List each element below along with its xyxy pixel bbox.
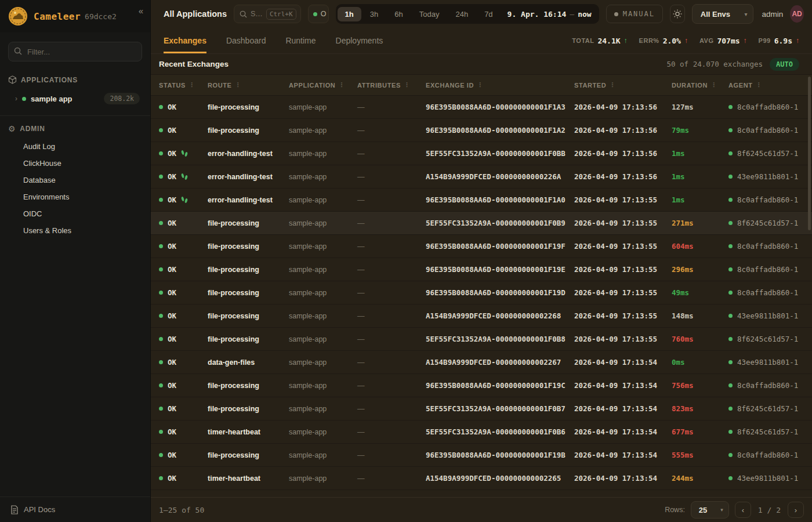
table-row[interactable]: OKerror-handling-testsample-app—96E395B0… [151, 188, 812, 212]
column-label: STATUS [159, 82, 186, 89]
avatar[interactable]: AD [790, 5, 804, 23]
sidebar-item-database[interactable]: Database [23, 172, 150, 188]
table-row[interactable]: OKfile-processingsample-app—96E395B0088A… [151, 444, 812, 467]
manual-refresh-button[interactable]: MANUAL [606, 5, 663, 23]
stat-p99: P996.9s↑ [759, 37, 799, 45]
agent-cell: 8c0affadb860-1 [728, 381, 804, 390]
sidebar-item-environments[interactable]: Environments [23, 188, 150, 205]
table-row[interactable]: OKfile-processingsample-app—5EF55FC31352… [151, 397, 812, 420]
status-cell: OK [159, 427, 208, 436]
table-row[interactable]: OKerror-handling-testsample-app—5EF55FC3… [151, 142, 812, 165]
agent-dot [728, 453, 733, 457]
chevron-right-icon[interactable]: › [15, 95, 17, 103]
theme-toggle-button[interactable] [670, 5, 685, 23]
status-ok-dot [159, 151, 163, 155]
tab-exchanges[interactable]: Exchanges [164, 28, 206, 53]
footprints-icon [182, 151, 187, 156]
scrollbar-thumb[interactable] [808, 77, 811, 230]
agent-cell: 43ee9811b801-1 [728, 311, 804, 320]
table-row[interactable]: OKfile-processingsample-app—5EF55FC31352… [151, 212, 812, 235]
exchange-id-cell: 96E395B0088AA6D-000000000001F19F [426, 242, 574, 251]
table-row[interactable]: OKerror-handling-testsample-app—A154B9A9… [151, 165, 812, 188]
range-option-today[interactable]: Today [412, 7, 447, 21]
attributes-cell: — [357, 173, 426, 181]
table-row[interactable]: OKfile-processingsample-app—96E395B0088A… [151, 281, 812, 304]
range-option-1h[interactable]: 1h [338, 7, 361, 21]
column-header-route[interactable]: ROUTE⋮ [208, 81, 289, 89]
sidebar-item-sample-app[interactable]: › sample app 208.2k [10, 90, 144, 107]
time-range-display[interactable]: 9. Apr. 16:14–now [502, 10, 597, 19]
status-ok-dot [159, 244, 163, 248]
attributes-cell: — [357, 242, 426, 251]
column-header-status[interactable]: STATUS⋮ [159, 81, 208, 89]
status-cell: OK [159, 242, 208, 251]
tab-runtime[interactable]: Runtime [285, 28, 316, 53]
sidebar-item-clickhouse[interactable]: ClickHouse [23, 155, 150, 172]
route-cell: timer-heartbeat [208, 474, 289, 483]
table-row[interactable]: OKfile-processingsample-app—A154B9A999DF… [151, 304, 812, 328]
application-cell: sample-app [289, 358, 357, 367]
duration-cell: 296ms [672, 265, 728, 274]
agent-dot [728, 267, 733, 271]
rows-per-page-value: 25 [699, 506, 707, 514]
range-option-6h[interactable]: 6h [387, 7, 410, 21]
column-header-attributes[interactable]: ATTRIBUTES⋮ [357, 81, 426, 89]
column-header-agent[interactable]: AGENT⋮ [728, 81, 804, 89]
started-cell: 2026-04-09 17:13:55 [574, 242, 672, 251]
table-row[interactable]: OKfile-processingsample-app—96E395B0088A… [151, 119, 812, 142]
status-ok-dot [159, 314, 163, 318]
range-option-3h[interactable]: 3h [362, 7, 386, 21]
column-header-application[interactable]: APPLICATION⋮ [289, 81, 357, 89]
table-row[interactable]: OKfile-processingsample-app—5EF55FC31352… [151, 328, 812, 351]
prev-page-button[interactable]: ‹ [735, 502, 751, 518]
filter-input[interactable] [8, 42, 142, 61]
table-row[interactable]: OKtimer-heartbeatsample-app—5EF55FC31352… [151, 420, 812, 444]
agent-cell: 8f6245c61d57-1 [728, 335, 804, 343]
live-status-indicator[interactable]: O [308, 5, 329, 23]
table-row[interactable]: OKdata-gen-filessample-app—A154B9A999DFC… [151, 351, 812, 374]
auto-refresh-badge[interactable]: AUTO [770, 58, 799, 71]
table-row[interactable]: OKfile-processingsample-app—96E395B0088A… [151, 96, 812, 119]
route-cell: timer-heartbeat [208, 428, 289, 436]
column-header-duration[interactable]: DURATION⋮ [672, 81, 728, 89]
agent-cell: 8f6245c61d57-1 [728, 219, 804, 227]
attributes-cell: — [357, 335, 426, 343]
started-cell: 2026-04-09 17:13:56 [574, 103, 672, 111]
application-cell: sample-app [289, 103, 357, 111]
agent-label: 8c0affadb860-1 [737, 103, 798, 111]
agent-label: 8c0affadb860-1 [737, 288, 798, 297]
tab-dashboard[interactable]: Dashboard [226, 28, 266, 53]
exchange-id-cell: A154B9A999DFCED-000000000002265 [426, 474, 574, 483]
agent-dot [728, 291, 733, 295]
shortcut-badge: Ctrl+K [266, 9, 296, 20]
table-row[interactable]: OKfile-processingsample-app—96E395B0088A… [151, 258, 812, 281]
table-row[interactable]: OKtimer-heartbeatsample-app—A154B9A999DF… [151, 467, 812, 490]
sidebar-item-audit-log[interactable]: Audit Log [23, 138, 150, 155]
exchange-id-cell: 96E395B0088AA6D-000000000001F19D [426, 288, 574, 297]
table-row[interactable]: OKfile-processingsample-app—96E395B0088A… [151, 235, 812, 258]
status-cell: OK [159, 288, 208, 297]
range-option-7d[interactable]: 7d [477, 7, 500, 21]
next-page-button[interactable]: › [788, 502, 804, 518]
range-option-24h[interactable]: 24h [448, 7, 476, 21]
attributes-cell: — [357, 428, 426, 436]
column-header-started[interactable]: STARTED⋮ [574, 81, 672, 89]
table-row[interactable]: OKfile-processingsample-app—96E395B0088A… [151, 374, 812, 397]
rows-per-page-select[interactable]: 25 ▾ [691, 501, 729, 519]
environment-select[interactable]: All Envs ▾ [692, 4, 754, 24]
sidebar-item-oidc[interactable]: OIDC [23, 205, 150, 222]
agent-label: 43ee9811b801-1 [737, 358, 798, 367]
sidebar-item-users-roles[interactable]: Users & Roles [23, 222, 150, 239]
agent-label: 8c0affadb860-1 [737, 265, 798, 274]
page-indicator: 1 / 2 [757, 506, 782, 514]
page-title: Recent Exchanges [159, 60, 229, 68]
status-label: OK [168, 172, 176, 181]
manual-dot [614, 12, 618, 16]
sidebar-collapse-icon[interactable]: « [139, 6, 143, 16]
column-header-exchange-id[interactable]: EXCHANGE ID⋮ [426, 81, 574, 89]
global-search-input[interactable]: S… Ctrl+K [234, 5, 301, 23]
status-cell: OK [159, 311, 208, 320]
application-cell: sample-app [289, 196, 357, 204]
tab-deployments[interactable]: Deployments [336, 28, 383, 53]
api-docs-link[interactable]: API Docs [0, 496, 150, 522]
